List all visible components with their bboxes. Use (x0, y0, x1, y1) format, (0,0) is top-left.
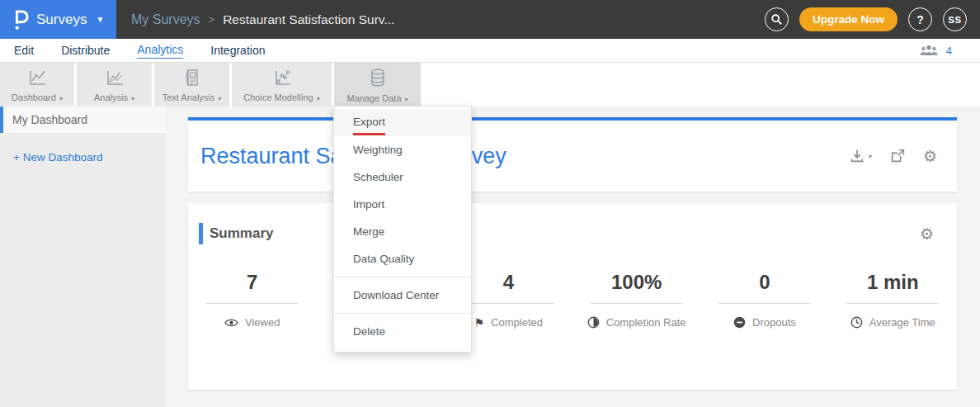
menu-item-scheduler[interactable]: Scheduler (334, 163, 471, 191)
title-actions: ▾ ⚙ (849, 148, 937, 164)
breadcrumb: My Surveys > Restaurant Satisfaction Sur… (116, 0, 394, 39)
toolbar-text-analysis[interactable]: Text Analysis▾ (154, 63, 229, 106)
metric-divider (591, 303, 683, 304)
chevron-down-icon: ▼ (96, 15, 104, 24)
question-mark-icon: ? (916, 13, 924, 26)
manage-data-dropdown-menu: Export Weighting Scheduler Import Merge … (333, 106, 472, 353)
breadcrumb-current-survey: Restaurant Satisfaction Surv... (223, 12, 394, 27)
metric-label: Average Time (869, 316, 935, 329)
search-button[interactable] (765, 7, 789, 31)
toolbar-label: Dashboard (12, 92, 56, 102)
top-header: Surveys ▼ My Surveys > Restaurant Satisf… (0, 0, 980, 39)
metric-label-row: ⚑ Completed (474, 316, 543, 329)
metric-value: 100% (572, 271, 700, 303)
nav-integration[interactable]: Integration (210, 44, 265, 57)
nav-analytics[interactable]: Analytics (137, 43, 183, 59)
collaborators[interactable]: 4 (919, 45, 952, 57)
questionpro-logo-icon (13, 9, 29, 31)
breadcrumb-my-surveys[interactable]: My Surveys (131, 12, 200, 27)
toolbar-choice-modelling[interactable]: Choice Modelling▾ (232, 63, 332, 106)
toolbar-label: Manage Data (346, 93, 401, 103)
metric-value: 0 (700, 271, 828, 303)
toolbar-analysis[interactable]: Analysis▾ (77, 63, 152, 106)
app-window: Surveys ▼ My Surveys > Restaurant Satisf… (0, 0, 980, 407)
metric-completion-rate: 100% Completion Rate (572, 271, 700, 332)
minus-circle-icon (733, 316, 746, 329)
summary-header: Summary ⚙ (188, 223, 957, 244)
metric-divider (206, 303, 299, 304)
menu-item-weighting[interactable]: Weighting (334, 136, 471, 163)
toolbar-manage-data[interactable]: Manage Data▾ (334, 63, 421, 106)
menu-item-merge[interactable]: Merge (334, 218, 471, 245)
database-icon (367, 68, 389, 88)
toolbar-label: Analysis (94, 92, 128, 102)
toolbar-label: Choice Modelling (243, 92, 313, 102)
breadcrumb-separator: > (209, 13, 215, 26)
toolbar-label: Text Analysis (163, 92, 215, 102)
chevron-down-icon: ▾ (131, 95, 134, 102)
nav-edit[interactable]: Edit (14, 44, 34, 57)
survey-title-card: Restaurant Satisfaction Survey ▾ ⚙ (188, 117, 957, 192)
metric-label-row: Average Time (850, 316, 935, 329)
chevron-down-icon: ▾ (869, 153, 872, 160)
summary-metrics: 7 Viewed (188, 271, 957, 332)
new-dashboard-button[interactable]: + New Dashboard (0, 133, 165, 163)
metric-label-row: Viewed (224, 316, 280, 329)
summary-heading: Summary (210, 225, 273, 242)
metric-divider (719, 303, 811, 304)
metric-label-row: Dropouts (733, 316, 796, 329)
upgrade-now-button[interactable]: Upgrade Now (799, 7, 898, 31)
search-icon (770, 13, 783, 26)
line-chart-icon (26, 69, 48, 87)
avatar-initials: SS (948, 15, 961, 25)
metric-average-time: 1 min Average Time (829, 271, 957, 332)
trend-chart-icon (104, 69, 125, 87)
chevron-down-icon: ▾ (218, 95, 221, 102)
survey-nav: Edit Distribute Analytics Integration 4 (0, 39, 980, 63)
menu-divider (334, 277, 471, 277)
chevron-down-icon: ▾ (59, 95, 63, 102)
metric-viewed: 7 Viewed (188, 271, 316, 332)
document-grid-icon (181, 69, 203, 87)
metric-divider (846, 303, 939, 304)
dashboard-main: Restaurant Satisfaction Survey ▾ ⚙ Sum (165, 106, 980, 407)
user-avatar[interactable]: SS (943, 7, 967, 31)
menu-item-export[interactable]: Export (334, 109, 471, 136)
header-actions: Upgrade Now ? SS (765, 0, 980, 39)
menu-item-data-quality[interactable]: Data Quality (334, 245, 471, 272)
flag-icon: ⚑ (474, 317, 485, 329)
sidebar-item-label: My Dashboard (12, 113, 87, 126)
dashboard-sidebar: My Dashboard + New Dashboard (0, 106, 165, 407)
menu-divider (334, 313, 471, 314)
menu-item-import[interactable]: Import (334, 191, 471, 218)
analytics-toolbar: Dashboard▾ Analysis▾ Text Analysis▾ Choi… (0, 63, 980, 106)
summary-settings-gear-icon[interactable]: ⚙ (920, 226, 934, 242)
help-button[interactable]: ? (908, 7, 932, 31)
scatter-chart-icon (271, 69, 293, 87)
share-button[interactable] (889, 148, 906, 164)
settings-gear-icon[interactable]: ⚙ (923, 149, 937, 164)
download-button[interactable]: ▾ (849, 148, 872, 164)
sidebar-item-my-dashboard[interactable]: My Dashboard (0, 106, 165, 133)
metric-value: 7 (188, 271, 316, 303)
menu-item-download-center[interactable]: Download Center (334, 282, 471, 309)
metric-value: 1 min (829, 271, 957, 303)
chevron-down-icon: ▾ (405, 96, 408, 103)
metric-label: Viewed (245, 316, 280, 329)
product-switcher[interactable]: Surveys ▼ (0, 0, 116, 39)
nav-distribute[interactable]: Distribute (61, 44, 110, 57)
completion-pie-icon (587, 316, 600, 329)
summary-card: Summary ⚙ 7 Viewed (188, 203, 957, 390)
metric-divider (462, 303, 554, 304)
toolbar-dashboard[interactable]: Dashboard▾ (0, 63, 74, 106)
metric-label: Completion Rate (606, 316, 686, 329)
section-accent-bar (199, 223, 203, 244)
eye-icon (224, 318, 238, 328)
metric-label-row: Completion Rate (587, 316, 686, 329)
menu-item-delete[interactable]: Delete (334, 318, 471, 345)
metric-dropouts: 0 Dropouts (700, 271, 828, 332)
collaborators-count: 4 (946, 45, 952, 57)
chevron-down-icon: ▾ (317, 95, 320, 102)
product-name: Surveys (36, 12, 87, 28)
metric-label: Completed (491, 316, 543, 329)
